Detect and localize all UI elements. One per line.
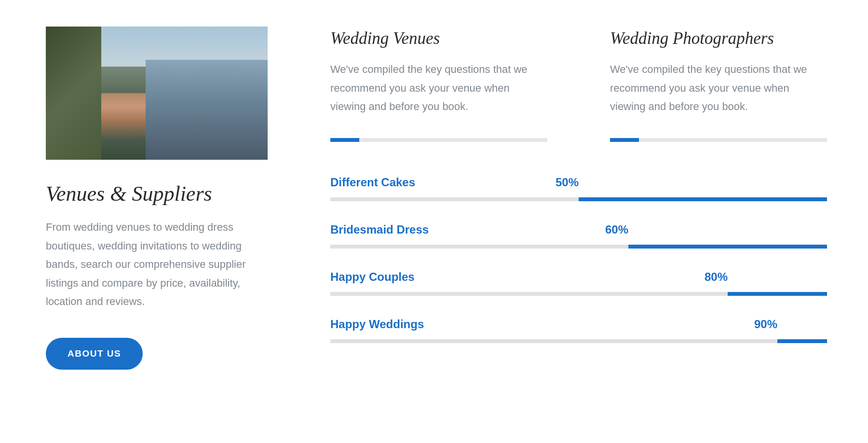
progress-bar-fill — [728, 292, 827, 296]
card-divider — [610, 138, 827, 142]
progress-bar-track — [330, 197, 827, 201]
card-body: We've compiled the key questions that we… — [330, 60, 547, 116]
progress-bar-header: Different Cakes50% — [330, 176, 827, 193]
progress-bar-track — [330, 339, 827, 343]
card-wedding-venues: Wedding Venues We've compiled the key qu… — [330, 29, 547, 142]
progress-bar-percent: 60% — [605, 223, 628, 236]
progress-bar-item: Happy Couples80% — [330, 270, 827, 296]
hero-image — [46, 27, 268, 160]
progress-bar-item: Different Cakes50% — [330, 176, 827, 201]
progress-bar-fill — [777, 339, 827, 343]
progress-bars: Different Cakes50%Bridesmaid Dress60%Hap… — [330, 176, 827, 343]
progress-bar-percent: 50% — [556, 176, 579, 189]
card-divider — [330, 138, 547, 142]
progress-bar-label: Different Cakes — [330, 176, 415, 189]
progress-bar-fill — [579, 197, 827, 201]
card-title: Wedding Venues — [330, 29, 547, 48]
progress-bar-fill — [628, 245, 827, 249]
progress-bar-track — [330, 292, 827, 296]
about-us-button[interactable]: ABOUT US — [46, 338, 143, 370]
card-body: We've compiled the key questions that we… — [610, 60, 827, 116]
section-body: From wedding venues to wedding dress bou… — [46, 218, 268, 311]
cards-row: Wedding Venues We've compiled the key qu… — [330, 29, 827, 142]
section-title: Venues & Suppliers — [46, 181, 268, 206]
progress-bar-header: Bridesmaid Dress60% — [330, 223, 827, 240]
right-column: Wedding Venues We've compiled the key qu… — [330, 27, 827, 370]
progress-bar-header: Happy Weddings90% — [330, 318, 827, 334]
progress-bar-item: Bridesmaid Dress60% — [330, 223, 827, 249]
card-title: Wedding Photographers — [610, 29, 827, 48]
progress-bar-item: Happy Weddings90% — [330, 318, 827, 343]
progress-bar-track — [330, 245, 827, 249]
left-column: Venues & Suppliers From wedding venues t… — [46, 27, 268, 370]
progress-bar-percent: 90% — [754, 318, 777, 331]
progress-bar-label: Bridesmaid Dress — [330, 223, 429, 236]
progress-bar-label: Happy Weddings — [330, 318, 424, 331]
progress-bar-percent: 80% — [705, 270, 728, 284]
progress-bar-label: Happy Couples — [330, 270, 415, 283]
card-wedding-photographers: Wedding Photographers We've compiled the… — [610, 29, 827, 142]
progress-bar-header: Happy Couples80% — [330, 270, 827, 287]
